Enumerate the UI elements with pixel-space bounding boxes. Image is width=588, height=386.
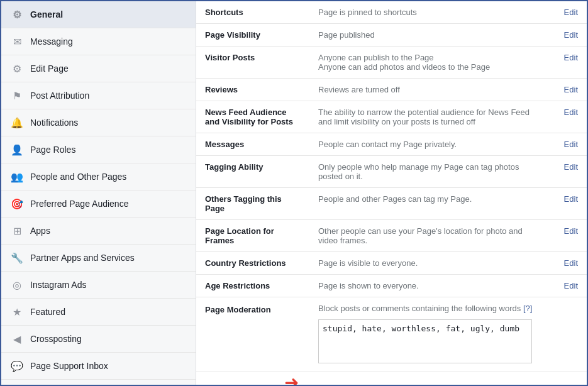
sidebar-item-page-support-inbox[interactable]: 💬Page Support Inbox (1, 353, 196, 380)
table-row: ReviewsReviews are turned offEdit (196, 79, 587, 101)
sidebar-label-apps: Apps (30, 226, 50, 236)
edit-link[interactable]: Edit (564, 281, 578, 290)
setting-label: Visitor Posts (196, 47, 309, 79)
moderation-row: Page Moderation Block posts or comments … (196, 297, 587, 372)
partner-apps-icon: 🔧 (10, 251, 24, 265)
setting-label: Messages (196, 133, 309, 156)
setting-label: Shortcuts (196, 1, 309, 24)
edit-link[interactable]: Edit (564, 140, 578, 149)
app-container: ⚙General✉Messaging⚙Edit Page⚑Post Attrib… (0, 0, 588, 386)
sidebar-label-people-and-other-pages: People and Other Pages (30, 172, 126, 182)
post-attribution-icon: ⚑ (10, 89, 24, 102)
setting-label: Country Restrictions (196, 252, 309, 275)
setting-value: The ability to narrow the potential audi… (309, 101, 549, 133)
table-row: Page VisibilityPage publishedEdit (196, 24, 587, 47)
setting-label: Others Tagging this Page (196, 188, 309, 220)
table-row: Others Tagging this PagePeople and other… (196, 188, 587, 220)
setting-value: Page is shown to everyone. (309, 275, 549, 297)
sidebar-item-general[interactable]: ⚙General (1, 1, 196, 28)
table-row: News Feed Audience and Visibility for Po… (196, 101, 587, 133)
edit-link[interactable]: Edit (564, 8, 578, 17)
table-row: ShortcutsPage is pinned to shortcutsEdit (196, 1, 587, 24)
setting-label: Page Visibility (196, 24, 309, 47)
setting-value: Anyone can publish to the PageAnyone can… (309, 47, 549, 79)
table-row: Tagging AbilityOnly people who help mana… (196, 156, 587, 188)
instagram-ads-icon: ◎ (10, 278, 24, 292)
setting-value: Only people who help manage my Page can … (309, 156, 549, 188)
setting-label: Reviews (196, 79, 309, 101)
sidebar-item-edit-page[interactable]: ⚙Edit Page (1, 55, 196, 82)
sidebar-item-notifications[interactable]: 🔔Notifications (1, 109, 196, 136)
moderation-help-icon[interactable]: [?] (523, 304, 532, 313)
sidebar: ⚙General✉Messaging⚙Edit Page⚑Post Attrib… (1, 1, 196, 385)
setting-label: Tagging Ability (196, 156, 309, 188)
setting-value: Page is visible to everyone. (309, 252, 549, 275)
table-row: Country RestrictionsPage is visible to e… (196, 252, 587, 275)
sidebar-label-edit-page: Edit Page (30, 63, 69, 74)
sidebar-label-featured: Featured (30, 307, 65, 317)
edit-link[interactable]: Edit (564, 85, 578, 94)
edit-link[interactable]: Edit (564, 194, 578, 204)
setting-value: People and other Pages can tag my Page. (309, 188, 549, 220)
sidebar-label-notifications: Notifications (30, 118, 78, 128)
featured-icon: ★ (10, 305, 24, 319)
edit-link[interactable]: Edit (564, 258, 578, 268)
sidebar-item-featured[interactable]: ★Featured (1, 299, 196, 326)
page-support-inbox-icon: 💬 (10, 359, 24, 373)
sidebar-label-messaging: Messaging (30, 36, 73, 47)
settings-table: ShortcutsPage is pinned to shortcutsEdit… (196, 1, 587, 297)
main-content: ShortcutsPage is pinned to shortcutsEdit… (196, 1, 587, 385)
arrow-container: ➜ (196, 372, 587, 385)
sidebar-label-general: General (30, 9, 63, 19)
sidebar-item-payments[interactable]: 💳Payments (1, 380, 196, 385)
sidebar-item-partner-apps[interactable]: 🔧Partner Apps and Services (1, 245, 196, 272)
moderation-label: Page Moderation (205, 305, 271, 314)
sidebar-label-page-roles: Page Roles (30, 145, 75, 155)
messaging-icon: ✉ (10, 35, 24, 48)
sidebar-label-partner-apps: Partner Apps and Services (30, 253, 135, 263)
sidebar-label-instagram-ads: Instagram Ads (30, 280, 87, 290)
sidebar-item-page-roles[interactable]: 👤Page Roles (1, 136, 196, 163)
setting-value: Page is pinned to shortcuts (309, 1, 549, 24)
sidebar-item-instagram-ads[interactable]: ◎Instagram Ads (1, 272, 196, 299)
setting-value: Reviews are turned off (309, 79, 549, 101)
setting-label: News Feed Audience and Visibility for Po… (196, 101, 309, 133)
setting-value: Page published (309, 24, 549, 47)
notifications-icon: 🔔 (10, 116, 24, 130)
people-and-other-pages-icon: 👥 (10, 170, 24, 184)
sidebar-item-people-and-other-pages[interactable]: 👥People and Other Pages (1, 163, 196, 190)
table-row: MessagesPeople can contact my Page priva… (196, 133, 587, 156)
edit-link[interactable]: Edit (564, 226, 578, 236)
moderation-textarea[interactable] (318, 319, 532, 363)
moderation-description: Block posts or comments containing the f… (318, 304, 540, 313)
edit-link[interactable]: Edit (564, 162, 578, 172)
sidebar-label-page-support-inbox: Page Support Inbox (30, 361, 108, 371)
edit-link[interactable]: Edit (564, 30, 578, 40)
setting-value: Other people can use your Page's locatio… (309, 220, 549, 252)
sidebar-label-preferred-page-audience: Preferred Page Audience (30, 199, 128, 209)
table-row: Page Location for FramesOther people can… (196, 220, 587, 252)
setting-label: Page Location for Frames (196, 220, 309, 252)
sidebar-item-apps[interactable]: ⊞Apps (1, 218, 196, 245)
table-row: Age RestrictionsPage is shown to everyon… (196, 275, 587, 297)
setting-value: People can contact my Page privately. (309, 133, 549, 156)
general-icon: ⚙ (10, 8, 24, 21)
sidebar-label-crossposting: Crossposting (30, 334, 82, 344)
preferred-page-audience-icon: 🎯 (10, 197, 24, 211)
sidebar-label-post-attribution: Post Attribution (30, 91, 89, 101)
page-roles-icon: 👤 (10, 143, 24, 157)
crossposting-icon: ◀ (10, 332, 24, 346)
table-row: Visitor PostsAnyone can publish to the P… (196, 47, 587, 79)
sidebar-item-preferred-page-audience[interactable]: 🎯Preferred Page Audience (1, 190, 196, 218)
apps-icon: ⊞ (10, 224, 24, 238)
edit-link[interactable]: Edit (564, 53, 578, 62)
setting-label: Age Restrictions (196, 275, 309, 297)
edit-page-icon: ⚙ (10, 62, 24, 75)
sidebar-item-messaging[interactable]: ✉Messaging (1, 28, 196, 55)
edit-link[interactable]: Edit (564, 108, 578, 117)
arrow-icon: ➜ (284, 372, 299, 385)
sidebar-item-crossposting[interactable]: ◀Crossposting (1, 326, 196, 353)
sidebar-item-post-attribution[interactable]: ⚑Post Attribution (1, 82, 196, 109)
